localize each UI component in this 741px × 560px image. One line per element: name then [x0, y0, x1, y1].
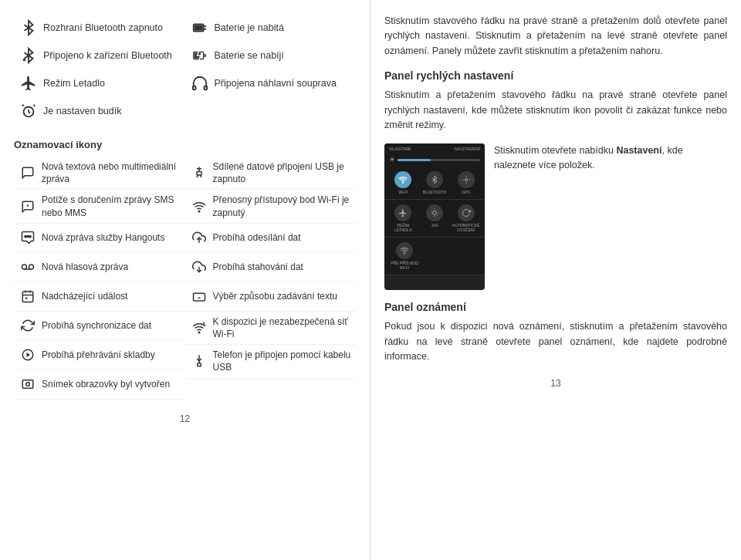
icon-row-alarm: Je nastaven budík	[14, 97, 185, 125]
wifi-hotspot-icon	[185, 200, 213, 214]
qs-jas-icon	[426, 204, 443, 221]
play-label: Probíhá přehrávání skladby	[42, 349, 178, 361]
notif-row-hangouts: Nová zpráva služby Hangouts	[14, 224, 185, 253]
wifi-unsecured-icon	[185, 321, 213, 335]
qs-owner-label: VLASTNÍK	[389, 147, 411, 151]
alarm-label: Je nastaven budík	[43, 105, 185, 117]
sms-error-label: Potíže s doručením zprávy SMS nebo MMS	[42, 194, 178, 218]
panel-caption-nastaveni: Nastavení	[616, 145, 661, 156]
svg-rect-32	[197, 172, 201, 176]
sms-error-icon	[14, 200, 42, 214]
hangouts-label: Nová zpráva služby Hangouts	[42, 231, 178, 244]
qs-bt-item: BLUETOOTH	[421, 171, 448, 194]
usb-tethering-icon	[185, 166, 213, 180]
svg-rect-7	[194, 25, 202, 30]
bluetooth-connected-label: Připojeno k zařízení Bluetooth	[43, 49, 185, 62]
svg-rect-12	[192, 86, 195, 90]
top-icons-section: Rozhraní Bluetooth zapnuto Připojeno k z…	[14, 14, 356, 125]
svg-point-47	[198, 332, 200, 333]
usb-tethering-label: Sdílené datové připojení USB je zapnuto	[213, 160, 357, 185]
qs-rotate-item: AUTOMATICKÉ OTOČENÍ	[452, 204, 480, 232]
qs-header: VLASTNÍK NASTAVENÍ	[384, 143, 485, 153]
qs-rotate-label: AUTOMATICKÉ OTOČENÍ	[452, 223, 480, 232]
event-label: Nadcházející událost	[42, 290, 178, 302]
notification-section-title: Oznamovací ikony	[14, 139, 356, 150]
svg-rect-13	[204, 86, 207, 90]
left-page-number: 12	[14, 413, 356, 424]
icon-row-battery-full: Baterie je nabitá	[185, 14, 357, 42]
battery-charging-label: Baterie se nabíjí	[215, 49, 357, 62]
qs-jas-label: JAS	[431, 223, 438, 228]
battery-charging-icon	[185, 47, 215, 64]
panel-caption: Stisknutím otevřete nabídku Nastavení, k…	[494, 143, 727, 173]
usb-label: Telefon je připojen pomocí kabelu USB	[213, 349, 357, 373]
icon-row-headphones: Připojena náhlavní souprava	[185, 69, 357, 97]
qs-bt-label: BLUETOOTH	[423, 190, 446, 194]
svg-point-20	[29, 265, 34, 269]
svg-line-57	[431, 210, 432, 211]
upload-icon	[185, 231, 213, 245]
notif-row-usb-tethering: Sdílené datové připojení USB je zapnuto	[185, 157, 357, 190]
svg-rect-26	[25, 298, 27, 299]
battery-full-icon	[185, 19, 215, 36]
bluetooth-on-label: Rozhraní Bluetooth zapnuto	[43, 22, 185, 34]
notif-row-voicemail: Nová hlasová zpráva	[14, 253, 185, 282]
airplane-label: Režim Letadlo	[43, 77, 185, 89]
icon-row-bluetooth-connected: Připojeno k zařízení Bluetooth	[14, 42, 185, 69]
qs-wifi-label: WI-FI	[398, 190, 408, 194]
notif-row-wifi-hotspot: Přenosný přístupový bod Wi-Fi je zapnutý	[185, 190, 357, 223]
notif-row-play: Probíhá přehrávání skladby	[14, 341, 185, 370]
qs-row-hotspot: PŘE PŘÍS BOD WI-FI	[384, 238, 485, 275]
screenshot-icon	[14, 377, 42, 391]
qs-brightness-fill	[398, 159, 431, 161]
download-icon	[185, 260, 213, 274]
qs-hotspot-label: PŘE PŘÍS BOD WI-FI	[391, 261, 418, 270]
upload-label: Probíhá odesílání dat	[213, 231, 357, 244]
qs-airplane-label: REŽIM LETADLO	[389, 223, 417, 232]
top-col-1: Rozhraní Bluetooth zapnuto Připojeno k z…	[14, 14, 185, 125]
hangouts-icon	[14, 231, 42, 245]
headphones-label: Připojena náhlavní souprava	[215, 77, 357, 89]
notif-row-screenshot: Snímek obrazovky byl vytvořen	[14, 370, 185, 400]
qs-brightness-bar	[398, 159, 480, 161]
qs-bt-icon	[426, 171, 443, 188]
qs-row-airplane-jas-rotate: REŽIM LETADLO JAS	[384, 200, 485, 238]
svg-point-18	[29, 236, 31, 238]
quick-settings-text: Stisknutím a přetažením stavového řádku …	[384, 88, 727, 133]
notif-row-sms-error: Potíže s doručením zprávy SMS nebo MMS	[14, 190, 185, 223]
panel-caption-prefix: Stisknutím otevřete nabídku	[494, 145, 616, 156]
svg-line-2	[22, 105, 24, 106]
svg-point-0	[23, 59, 26, 62]
left-page: Rozhraní Bluetooth zapnuto Připojeno k z…	[0, 0, 370, 560]
wifi-unsecured-label: K dispozici je nezabezpečená síť Wi-Fi	[213, 315, 357, 340]
svg-point-36	[198, 211, 200, 212]
message-label: Nová textová nebo multimediální zpráva	[42, 160, 178, 185]
panel-area: VLASTNÍK NASTAVENÍ ☀	[384, 143, 727, 290]
svg-point-19	[22, 265, 27, 269]
notif-col-1: Nová textová nebo multimediální zpráva P…	[14, 157, 185, 400]
icon-row-battery-charging: Baterie se nabíjí	[185, 42, 357, 69]
quick-settings-title: Panel rychlých nastavení	[384, 69, 727, 82]
icon-row-airplane: Režim Letadlo	[14, 69, 185, 97]
alarm-icon	[14, 103, 43, 120]
quick-settings-screenshot: VLASTNÍK NASTAVENÍ ☀	[384, 143, 485, 290]
event-icon	[14, 289, 42, 303]
notifications-title: Panel oznámení	[384, 301, 727, 313]
notif-row-upload: Probíhá odesílání dat	[185, 224, 357, 253]
bluetooth-device-icon	[14, 47, 43, 64]
qs-wifi-item: WI-FI	[389, 171, 417, 194]
qs-brightness: ☀	[384, 153, 485, 167]
notif-row-keyboard: Výběr způsobu zadávání textu	[185, 282, 357, 312]
notif-row-wifi-unsecured: K dispozici je nezabezpečená síť Wi-Fi	[185, 312, 357, 345]
svg-line-58	[437, 215, 438, 216]
qs-row-wifi-bt-gps: WI-FI BLUETOOTH	[384, 167, 485, 200]
notif-col-2: Sdílené datové připojení USB je zapnuto …	[185, 157, 357, 400]
notif-row-download: Probíhá stahování dat	[185, 253, 357, 282]
qs-hotspot-icon	[396, 242, 413, 259]
svg-rect-22	[22, 292, 33, 302]
svg-point-53	[465, 179, 467, 181]
intro-paragraph: Stisknutím stavového řádku na pravé stra…	[384, 14, 727, 59]
play-icon	[14, 348, 42, 362]
qs-airplane-item: REŽIM LETADLO	[389, 204, 417, 232]
svg-point-16	[25, 236, 26, 238]
